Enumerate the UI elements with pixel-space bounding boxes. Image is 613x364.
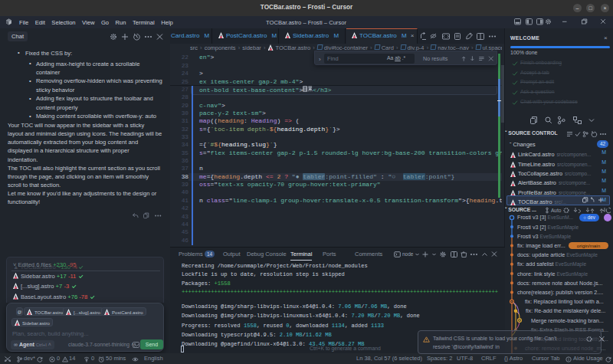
svg-text:node: node — [402, 251, 414, 257]
svg-text:Auto: Auto — [551, 208, 562, 213]
